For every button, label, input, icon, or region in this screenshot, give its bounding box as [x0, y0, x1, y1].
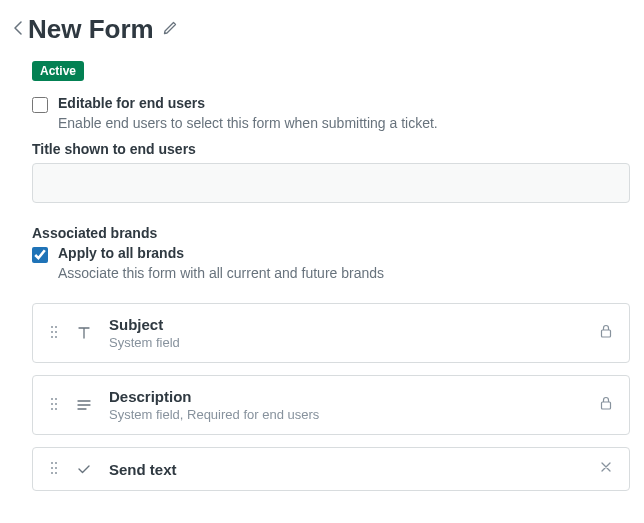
editable-checkbox-row: Editable for end users	[32, 95, 630, 113]
svg-point-18	[51, 472, 53, 474]
svg-point-10	[55, 403, 57, 405]
svg-rect-6	[602, 330, 611, 337]
text-type-icon	[75, 325, 93, 341]
status-badge: Active	[32, 61, 84, 81]
svg-point-17	[55, 467, 57, 469]
title-field-label: Title shown to end users	[32, 141, 630, 157]
editable-checkbox[interactable]	[32, 97, 48, 113]
svg-point-9	[51, 403, 53, 405]
svg-point-5	[55, 336, 57, 338]
checkbox-type-icon	[75, 461, 93, 477]
svg-point-3	[55, 331, 57, 333]
field-list: Subject System field Description System …	[32, 303, 630, 491]
header: New Form	[14, 14, 630, 45]
field-card[interactable]: Description System field, Required for e…	[32, 375, 630, 435]
drag-handle-icon[interactable]	[49, 461, 59, 478]
back-chevron-icon[interactable]	[14, 19, 22, 40]
drag-handle-icon[interactable]	[49, 397, 59, 414]
svg-point-0	[51, 326, 53, 328]
edit-title-icon[interactable]	[160, 20, 178, 40]
apply-all-row: Apply to all brands	[32, 245, 630, 263]
svg-point-2	[51, 331, 53, 333]
close-icon[interactable]	[599, 460, 613, 478]
svg-point-15	[55, 462, 57, 464]
field-card[interactable]: Send text	[32, 447, 630, 491]
brands-heading: Associated brands	[32, 225, 630, 241]
svg-point-16	[51, 467, 53, 469]
field-title: Description	[109, 388, 583, 405]
title-input[interactable]	[32, 163, 630, 203]
field-info: Send text	[109, 461, 583, 478]
field-card[interactable]: Subject System field	[32, 303, 630, 363]
field-info: Subject System field	[109, 316, 583, 350]
lock-icon	[599, 395, 613, 415]
svg-point-14	[51, 462, 53, 464]
svg-point-4	[51, 336, 53, 338]
apply-all-label: Apply to all brands	[58, 245, 184, 261]
apply-all-checkbox[interactable]	[32, 247, 48, 263]
svg-rect-13	[602, 402, 611, 409]
svg-point-19	[55, 472, 57, 474]
svg-point-11	[51, 408, 53, 410]
field-title: Subject	[109, 316, 583, 333]
svg-point-8	[55, 398, 57, 400]
editable-desc: Enable end users to select this form whe…	[58, 115, 630, 131]
lock-icon	[599, 323, 613, 343]
svg-point-12	[55, 408, 57, 410]
editable-label: Editable for end users	[58, 95, 205, 111]
svg-point-1	[55, 326, 57, 328]
field-title: Send text	[109, 461, 583, 478]
field-info: Description System field, Required for e…	[109, 388, 583, 422]
drag-handle-icon[interactable]	[49, 325, 59, 342]
multiline-type-icon	[75, 397, 93, 413]
apply-all-desc: Associate this form with all current and…	[58, 265, 630, 281]
field-subtitle: System field	[109, 335, 583, 350]
svg-point-7	[51, 398, 53, 400]
field-subtitle: System field, Required for end users	[109, 407, 583, 422]
page-title: New Form	[28, 14, 154, 45]
